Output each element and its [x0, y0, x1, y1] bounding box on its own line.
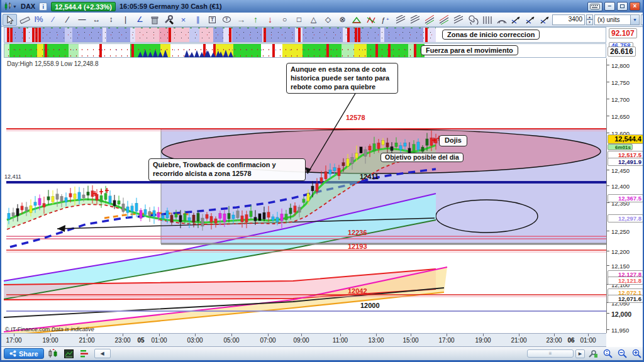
channel-tool-1[interactable]: [393, 14, 408, 26]
line-tool[interactable]: ∕: [60, 14, 75, 26]
hatch-tool[interactable]: [451, 14, 465, 26]
axis-price-label: 12,200: [611, 248, 630, 255]
pattern-dual-tool[interactable]: [364, 14, 379, 26]
fibonacci-tool[interactable]: ƒ+: [379, 14, 393, 26]
zoom-in-icon[interactable]: [630, 348, 643, 359]
time-label: 01:00: [151, 337, 167, 344]
compare-instruments-icon[interactable]: [47, 348, 60, 359]
time-label: 23:00: [114, 337, 130, 344]
drawing-toolbar: I%∕∕—↔↕|∠×∥TT→↑↓○□△◇⊗ƒ+ 3400 ▲▼ (x) unit…: [1, 13, 643, 27]
main-chart[interactable]: Day:High 12,558.9 Low 12,248.8 © IT-Fina…: [4, 58, 606, 333]
time-label: 11:00: [333, 337, 348, 344]
axis-price-box: 12,071.6: [608, 295, 643, 303]
chart-settings-icon[interactable]: [587, 348, 599, 359]
axis-price-box: 12,491.9: [608, 158, 643, 166]
keyboard-icon[interactable]: [587, 2, 602, 11]
zoom-fit-icon[interactable]: [601, 348, 614, 359]
angle-tool[interactable]: ∠: [133, 14, 147, 26]
text-tool[interactable]: T: [205, 14, 219, 26]
close-button[interactable]: ×: [630, 2, 640, 11]
info-icon[interactable]: i: [39, 3, 47, 11]
time-label: 06: [567, 337, 574, 344]
segment-tool[interactable]: ∕: [46, 14, 60, 26]
trash-tool[interactable]: [147, 14, 162, 26]
axis-price-box: 12,367.5: [608, 194, 643, 202]
note-historic-zone[interactable]: Aunque en esta zona de cota historica pu…: [286, 63, 398, 94]
market-depth-icon[interactable]: [79, 348, 91, 359]
axis-tick-mark: [607, 329, 609, 330]
indicator-panel-zonas[interactable]: Zonas de inicio correccion: [4, 27, 606, 43]
note-dojis[interactable]: Dojis: [439, 135, 467, 146]
trend-arrow-tool-2[interactable]: [523, 14, 538, 26]
axis-tick-mark: [607, 265, 609, 266]
end-tool[interactable]: [538, 14, 552, 26]
instrument-name[interactable]: DAX: [21, 3, 35, 10]
spiral-tool[interactable]: [465, 14, 480, 26]
scroll-right-button[interactable]: ▶: [575, 349, 585, 358]
pitchfork-tool[interactable]: [436, 14, 451, 26]
time-label: 21:00: [79, 337, 94, 344]
trend-arrow-tool-1[interactable]: [509, 14, 523, 26]
axis-tick-mark: [607, 251, 609, 251]
time-tick-mark: [411, 334, 411, 336]
time-tick-mark: [50, 334, 51, 336]
minimize-button[interactable]: −: [604, 2, 615, 11]
chart-canvas[interactable]: [4, 58, 606, 333]
chart-display-icon[interactable]: [63, 348, 75, 359]
collapse-panel-button[interactable]: ◀: [94, 349, 111, 358]
triangle-tool[interactable]: △: [306, 14, 321, 26]
percent-scale-tool[interactable]: I%: [31, 14, 46, 26]
axis-price-label: 12,450: [611, 167, 630, 174]
extended-line-tool[interactable]: ↔: [89, 14, 104, 26]
time-tick-mark: [301, 334, 302, 336]
settings-tool[interactable]: [162, 14, 176, 26]
horizontal-line-tool[interactable]: —: [75, 14, 89, 26]
bottom-toolbar: Share ◀ ≡ ▶: [1, 347, 644, 360]
cross-tool[interactable]: ×: [176, 14, 191, 26]
rectangle-tool[interactable]: □: [292, 14, 306, 26]
time-zones-tool[interactable]: [480, 14, 494, 26]
axis-price-box: 12,121.8: [608, 277, 643, 285]
share-button[interactable]: Share: [4, 348, 44, 359]
axis-tick-mark: [607, 202, 609, 203]
circled-cross-tool[interactable]: ⊗: [335, 14, 350, 26]
channel-tool-2[interactable]: [408, 14, 422, 26]
pattern-up-tool[interactable]: [350, 14, 364, 26]
regression-tool[interactable]: [422, 14, 436, 26]
callout-tool[interactable]: T: [219, 14, 234, 26]
axis-price-label: 12,150: [611, 263, 630, 270]
vertical-line-tool[interactable]: |: [118, 14, 133, 26]
horizontal-scrollbar[interactable]: ≡: [527, 349, 574, 358]
timeframe-input[interactable]: 12: [641, 14, 644, 25]
units-count-input[interactable]: 3400: [552, 14, 585, 25]
axis-price-label: 12,800: [611, 62, 630, 69]
fuerza-label[interactable]: Fuerza para el movimiento: [421, 45, 518, 55]
units-select[interactable]: (x) units▼: [594, 14, 640, 25]
note-quiebre[interactable]: Quiebre, Trowback de confirmacion y reco…: [148, 158, 306, 181]
vertical-segment-tool[interactable]: ↕: [104, 14, 118, 26]
zoom-out-icon[interactable]: [616, 348, 628, 359]
note-objetivo[interactable]: Objetivo posible del dia: [380, 153, 464, 162]
price-axis[interactable]: 12,80012,75012,70012,65012,60012,45012,4…: [606, 58, 644, 333]
price-badge: 12,544.4 (+2.33%): [51, 2, 116, 11]
ellipse-tool[interactable]: ○: [277, 14, 292, 26]
title-bar: ▼ DAX i 12,544.4 (+2.33%) 16:05:59 Germa…: [1, 0, 643, 13]
units-spinner[interactable]: ▲▼: [586, 14, 593, 25]
arrow-down-tool[interactable]: ↓: [263, 14, 277, 26]
pointer-tool[interactable]: [3, 14, 17, 26]
arrow-right-tool[interactable]: →: [234, 14, 248, 26]
restore-button[interactable]: [617, 2, 628, 11]
arrow-up-tool[interactable]: ↑: [248, 14, 263, 26]
arc-tool[interactable]: [494, 14, 509, 26]
trading-platform-window: ▼ DAX i 12,544.4 (+2.33%) 16:05:59 Germa…: [0, 0, 644, 362]
instrument-dropdown-icon[interactable]: ▼: [13, 4, 17, 9]
diamond-tool[interactable]: ◇: [321, 14, 335, 26]
axis-tick-mark: [607, 185, 609, 186]
indicator-panel-fuerza[interactable]: Fuerza para el movimiento: [4, 43, 606, 58]
ruler-tool[interactable]: [17, 14, 31, 26]
time-axis[interactable]: 17:0019:0021:0023:000501:0003:0005:0007:…: [1, 333, 606, 347]
level-label-12042: 12042: [348, 287, 367, 295]
time-label: 09:00: [293, 337, 309, 344]
parallel-lines-tool[interactable]: ∥: [191, 14, 205, 26]
zonas-label[interactable]: Zonas de inicio correccion: [442, 30, 540, 40]
